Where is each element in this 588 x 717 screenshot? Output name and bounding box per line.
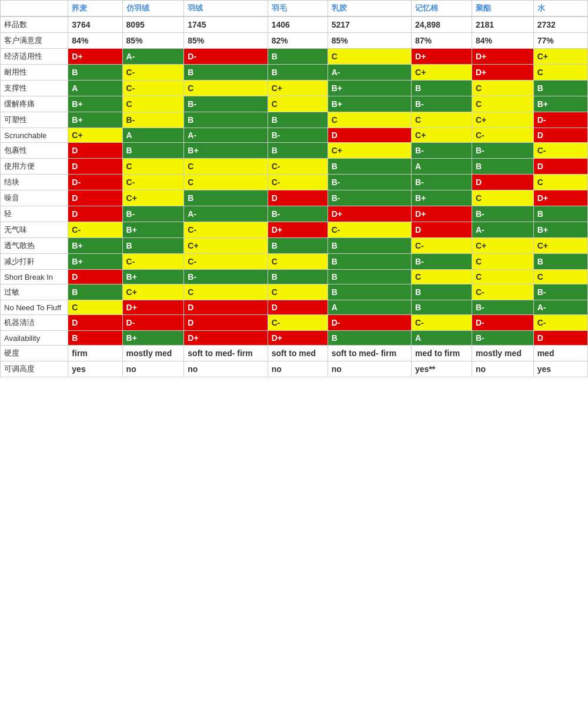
- cell-r19-c6: D-: [472, 315, 533, 331]
- table-row: 样品数3764809517451406521724,89821812732: [1, 16, 588, 33]
- cell-r21-c3: soft to med: [268, 346, 328, 361]
- cell-r15-c3: C: [268, 254, 328, 270]
- cell-r13-c5: D: [412, 222, 472, 238]
- cell-r16-c2: B-: [184, 270, 268, 284]
- cell-r18-c5: B: [412, 300, 472, 315]
- cell-r22-c6: no: [472, 361, 533, 377]
- cell-r21-c2: soft to med- firm: [184, 346, 268, 361]
- cell-r12-c0: D: [68, 206, 122, 222]
- header-col7: 聚酯: [472, 1, 533, 17]
- cell-r20-c1: B+: [122, 331, 184, 346]
- cell-r1-c7: 77%: [533, 33, 587, 49]
- cell-r7-c4: D: [328, 128, 411, 143]
- cell-r17-c7: B-: [533, 284, 587, 300]
- cell-r20-c3: D+: [268, 331, 328, 346]
- cell-r9-c6: B: [472, 159, 533, 175]
- cell-r13-c2: C-: [184, 222, 268, 238]
- cell-r18-c6: B-: [472, 300, 533, 315]
- table-row: 硬度firmmostly medsoft to med- firmsoft to…: [1, 346, 588, 361]
- row-label-17: 过敏: [1, 284, 68, 300]
- cell-r14-c0: B+: [68, 238, 122, 254]
- row-label-11: 噪音: [1, 190, 68, 206]
- cell-r10-c5: B-: [412, 175, 472, 190]
- cell-r8-c3: B: [268, 143, 328, 159]
- cell-r0-c0: 3764: [68, 16, 122, 33]
- cell-r19-c7: C-: [533, 315, 587, 331]
- cell-r21-c6: mostly med: [472, 346, 533, 361]
- cell-r7-c0: C+: [68, 128, 122, 143]
- cell-r20-c5: A: [412, 331, 472, 346]
- cell-r2-c3: B: [268, 49, 328, 65]
- cell-r0-c3: 1406: [268, 16, 328, 33]
- cell-r8-c2: B+: [184, 143, 268, 159]
- cell-r1-c1: 85%: [122, 33, 184, 49]
- cell-r11-c0: D: [68, 190, 122, 206]
- cell-r5-c3: C: [268, 96, 328, 112]
- cell-r22-c3: no: [268, 361, 328, 377]
- cell-r10-c7: C: [533, 175, 587, 190]
- cell-r17-c3: C: [268, 284, 328, 300]
- cell-r7-c2: A-: [184, 128, 268, 143]
- table-row: 耐用性BC-BBA-C+D+C: [1, 65, 588, 81]
- cell-r2-c5: D+: [412, 49, 472, 65]
- cell-r2-c6: D+: [472, 49, 533, 65]
- cell-r22-c2: no: [184, 361, 268, 377]
- cell-r13-c0: C-: [68, 222, 122, 238]
- table-row: 减少打鼾B+C-C-CBB-CB: [1, 254, 588, 270]
- cell-r3-c3: B: [268, 65, 328, 81]
- cell-r12-c5: D+: [412, 206, 472, 222]
- cell-r21-c5: med to firm: [412, 346, 472, 361]
- table-row: 结块D-C-CC-B-B-DC: [1, 175, 588, 190]
- cell-r13-c6: A-: [472, 222, 533, 238]
- table-row: 透气散热B+BC+BBC-C+C+: [1, 238, 588, 254]
- cell-r9-c4: B: [328, 159, 411, 175]
- cell-r19-c1: D-: [122, 315, 184, 331]
- cell-r4-c7: B: [533, 81, 587, 96]
- row-label-10: 结块: [1, 175, 68, 190]
- cell-r16-c1: B+: [122, 270, 184, 284]
- cell-r2-c2: D-: [184, 49, 268, 65]
- cell-r2-c7: C+: [533, 49, 587, 65]
- cell-r18-c0: C: [68, 300, 122, 315]
- cell-r18-c1: D+: [122, 300, 184, 315]
- cell-r19-c5: C-: [412, 315, 472, 331]
- row-label-12: 轻: [1, 206, 68, 222]
- cell-r11-c3: D: [268, 190, 328, 206]
- header-col3: 羽绒: [184, 1, 268, 17]
- row-label-4: 支撑性: [1, 81, 68, 96]
- cell-r9-c3: C-: [268, 159, 328, 175]
- row-label-15: 减少打鼾: [1, 254, 68, 270]
- row-label-16: Short Break In: [1, 270, 68, 284]
- table-row: 机器清洁DD-DC-D-C-D-C-: [1, 315, 588, 331]
- cell-r8-c4: C+: [328, 143, 411, 159]
- cell-r19-c4: D-: [328, 315, 411, 331]
- cell-r13-c1: B+: [122, 222, 184, 238]
- cell-r12-c4: D+: [328, 206, 411, 222]
- cell-r11-c7: D+: [533, 190, 587, 206]
- cell-r11-c2: B: [184, 190, 268, 206]
- cell-r22-c1: no: [122, 361, 184, 377]
- table-row: 可调高度yesnonononoyes**noyes: [1, 361, 588, 377]
- cell-r17-c4: B: [328, 284, 411, 300]
- cell-r1-c0: 84%: [68, 33, 122, 49]
- table-row: 经济适用性D+A-D-BCD+D+C+: [1, 49, 588, 65]
- cell-r16-c3: B: [268, 270, 328, 284]
- cell-r0-c7: 2732: [533, 16, 587, 33]
- cell-r6-c6: C+: [472, 112, 533, 128]
- cell-r7-c1: A: [122, 128, 184, 143]
- cell-r3-c4: A-: [328, 65, 411, 81]
- row-label-7: Scrunchable: [1, 128, 68, 143]
- cell-r18-c7: A-: [533, 300, 587, 315]
- cell-r13-c3: D+: [268, 222, 328, 238]
- cell-r8-c5: B-: [412, 143, 472, 159]
- cell-r10-c3: C-: [268, 175, 328, 190]
- cell-r12-c2: A-: [184, 206, 268, 222]
- cell-r5-c1: C: [122, 96, 184, 112]
- cell-r11-c6: C: [472, 190, 533, 206]
- row-label-9: 使用方便: [1, 159, 68, 175]
- cell-r4-c3: C+: [268, 81, 328, 96]
- cell-r3-c6: D+: [472, 65, 533, 81]
- cell-r9-c5: A: [412, 159, 472, 175]
- cell-r15-c0: B+: [68, 254, 122, 270]
- cell-r14-c3: B: [268, 238, 328, 254]
